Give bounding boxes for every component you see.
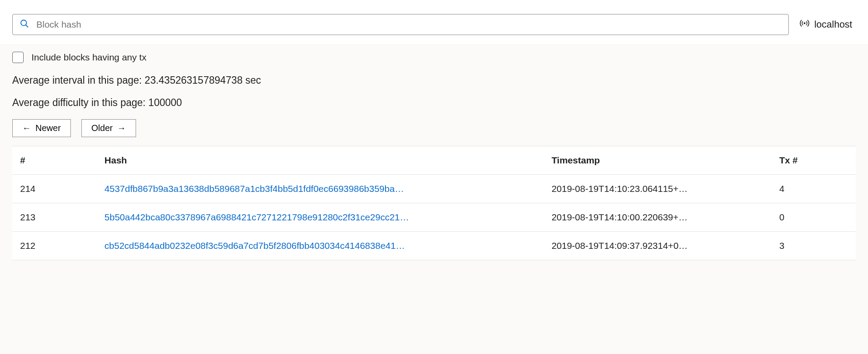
endpoint-indicator[interactable]: localhost bbox=[799, 18, 856, 31]
endpoint-label: localhost bbox=[814, 19, 852, 30]
cell-index: 214 bbox=[12, 175, 97, 203]
cell-hash: 4537dfb867b9a3a13638db589687a1cb3f4bb5d1… bbox=[97, 175, 544, 203]
older-label: Older bbox=[91, 123, 113, 133]
pager: ← Newer Older → bbox=[12, 119, 856, 137]
arrow-right-icon: → bbox=[117, 123, 126, 133]
th-tx[interactable]: Tx # bbox=[771, 146, 856, 175]
svg-point-2 bbox=[804, 23, 805, 24]
svg-line-1 bbox=[26, 25, 28, 27]
cell-hash: cb52cd5844adb0232e08f3c59d6a7cd7b5f2806f… bbox=[97, 232, 544, 260]
cell-timestamp: 2019-08-19T14:10:23.064115+… bbox=[544, 175, 772, 203]
cell-timestamp: 2019-08-19T14:10:00.220639+… bbox=[544, 203, 772, 232]
svg-point-0 bbox=[21, 20, 27, 25]
hash-link[interactable]: cb52cd5844adb0232e08f3c59d6a7cd7b5f2806f… bbox=[105, 241, 405, 251]
include-any-tx-toggle[interactable]: Include blocks having any tx bbox=[12, 52, 856, 63]
cell-hash: 5b50a442bca80c3378967a6988421c7271221798… bbox=[97, 203, 544, 232]
cell-tx: 0 bbox=[771, 203, 856, 232]
hash-link[interactable]: 4537dfb867b9a3a13638db589687a1cb3f4bb5d1… bbox=[105, 184, 404, 194]
checkbox-box[interactable] bbox=[12, 52, 24, 63]
broadcast-icon bbox=[799, 18, 810, 31]
arrow-left-icon: ← bbox=[22, 123, 31, 133]
table-row: 214 4537dfb867b9a3a13638db589687a1cb3f4b… bbox=[12, 175, 856, 203]
search-icon bbox=[20, 19, 29, 31]
table-row: 213 5b50a442bca80c3378967a6988421c727122… bbox=[12, 203, 856, 232]
table-header-row: # Hash Timestamp Tx # bbox=[12, 146, 856, 175]
content: Include blocks having any tx Average int… bbox=[0, 44, 868, 260]
cell-index: 213 bbox=[12, 203, 97, 232]
th-index[interactable]: # bbox=[12, 146, 97, 175]
include-any-tx-label: Include blocks having any tx bbox=[32, 52, 147, 63]
older-button[interactable]: Older → bbox=[81, 119, 136, 137]
cell-tx: 4 bbox=[771, 175, 856, 203]
cell-tx: 3 bbox=[771, 232, 856, 260]
newer-label: Newer bbox=[35, 123, 61, 133]
search-input[interactable] bbox=[36, 19, 781, 30]
th-timestamp[interactable]: Timestamp bbox=[544, 146, 772, 175]
cell-timestamp: 2019-08-19T14:09:37.92314+0… bbox=[544, 232, 772, 260]
avg-difficulty-line: Average difficulty in this page: 100000 bbox=[12, 97, 856, 109]
hash-link[interactable]: 5b50a442bca80c3378967a6988421c7271221798… bbox=[105, 212, 409, 222]
topbar: localhost bbox=[0, 0, 868, 44]
search-box[interactable] bbox=[12, 14, 789, 35]
avg-interval-line: Average interval in this page: 23.435263… bbox=[12, 74, 856, 86]
th-hash[interactable]: Hash bbox=[97, 146, 544, 175]
newer-button[interactable]: ← Newer bbox=[12, 119, 71, 137]
table-row: 212 cb52cd5844adb0232e08f3c59d6a7cd7b5f2… bbox=[12, 232, 856, 260]
blocks-table: # Hash Timestamp Tx # 214 4537dfb867b9a3… bbox=[12, 146, 856, 260]
cell-index: 212 bbox=[12, 232, 97, 260]
